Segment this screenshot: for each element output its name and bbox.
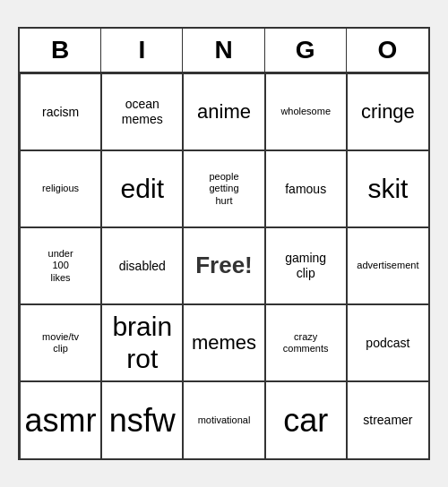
bingo-cell: movie/tv clip bbox=[20, 304, 101, 381]
bingo-grid: racismocean memesanimewholesomecringerel… bbox=[20, 73, 428, 458]
bingo-cell: disabled bbox=[101, 227, 183, 304]
cell-text: anime bbox=[197, 100, 251, 124]
header-letter: N bbox=[183, 29, 264, 72]
bingo-cell: cringe bbox=[347, 73, 428, 150]
cell-text: skit bbox=[367, 173, 408, 205]
bingo-cell: Free! bbox=[183, 227, 264, 304]
bingo-cell: gaming clip bbox=[265, 227, 347, 304]
bingo-cell: wholesome bbox=[265, 73, 347, 150]
cell-text: car bbox=[283, 401, 328, 440]
cell-text: people getting hurt bbox=[209, 171, 238, 207]
cell-text: racism bbox=[42, 105, 79, 120]
bingo-cell: podcast bbox=[347, 304, 428, 381]
bingo-cell: anime bbox=[183, 73, 264, 150]
bingo-cell: edit bbox=[101, 150, 183, 227]
cell-text: ocean memes bbox=[122, 97, 163, 127]
cell-text: motivational bbox=[198, 414, 251, 426]
cell-text: under 100 likes bbox=[48, 248, 73, 284]
bingo-cell: advertisement bbox=[347, 227, 428, 304]
bingo-cell: famous bbox=[265, 150, 347, 227]
cell-text: Free! bbox=[195, 252, 253, 279]
cell-text: disabled bbox=[119, 259, 166, 274]
cell-text: famous bbox=[285, 182, 326, 197]
header-letter: O bbox=[347, 29, 428, 72]
bingo-cell: crazy comments bbox=[265, 304, 347, 381]
cell-text: asmr bbox=[25, 401, 97, 440]
cell-text: edit bbox=[121, 173, 164, 205]
cell-text: podcast bbox=[366, 336, 409, 351]
cell-text: crazy comments bbox=[283, 331, 329, 355]
bingo-card: BINGO racismocean memesanimewholesomecri… bbox=[18, 27, 430, 460]
cell-text: nsfw bbox=[109, 401, 176, 440]
bingo-cell: religious bbox=[20, 150, 101, 227]
header-letter: G bbox=[265, 29, 347, 72]
bingo-cell: motivational bbox=[183, 381, 264, 458]
bingo-cell: memes bbox=[183, 304, 264, 381]
bingo-cell: skit bbox=[347, 150, 428, 227]
cell-text: cringe bbox=[361, 100, 415, 124]
bingo-cell: asmr bbox=[20, 381, 101, 458]
cell-text: streamer bbox=[363, 413, 412, 428]
cell-text: wholesome bbox=[280, 106, 331, 117]
cell-text: brain rot bbox=[112, 311, 172, 375]
bingo-cell: nsfw bbox=[101, 381, 183, 458]
bingo-cell: racism bbox=[20, 73, 101, 150]
bingo-cell: streamer bbox=[347, 381, 428, 458]
bingo-header: BINGO bbox=[20, 29, 428, 73]
bingo-cell: people getting hurt bbox=[183, 150, 264, 227]
bingo-cell: under 100 likes bbox=[20, 227, 101, 304]
bingo-cell: car bbox=[265, 381, 347, 458]
cell-text: memes bbox=[192, 331, 256, 355]
cell-text: religious bbox=[42, 183, 79, 194]
cell-text: movie/tv clip bbox=[42, 331, 79, 355]
bingo-cell: ocean memes bbox=[101, 73, 183, 150]
cell-text: advertisement bbox=[357, 260, 418, 271]
bingo-cell: brain rot bbox=[101, 304, 183, 381]
cell-text: gaming clip bbox=[285, 251, 326, 281]
header-letter: B bbox=[20, 29, 101, 72]
header-letter: I bbox=[101, 29, 183, 72]
